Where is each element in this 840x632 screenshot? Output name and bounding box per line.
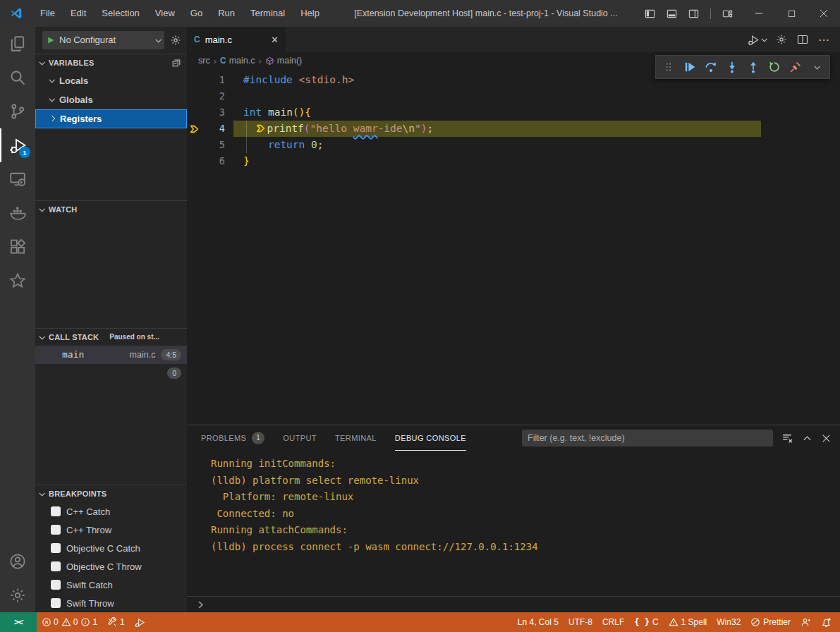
breadcrumb-file[interactable]: C main.c xyxy=(220,56,255,66)
menu-selection[interactable]: Selection xyxy=(94,0,147,27)
code-line-3[interactable]: 3int main(){ xyxy=(187,104,840,121)
variables-item-globals[interactable]: Globals xyxy=(35,90,187,109)
debug-status-icon[interactable] xyxy=(130,612,150,632)
continue-button[interactable] xyxy=(680,57,700,77)
code-line-6[interactable]: 6} xyxy=(187,153,840,169)
search-icon[interactable] xyxy=(0,61,35,95)
variables-item-registers[interactable]: Registers xyxy=(35,109,187,128)
toggle-sidebar-icon[interactable] xyxy=(645,8,655,19)
variables-item-locals[interactable]: Locals xyxy=(35,71,187,90)
breakpoint-checkbox[interactable] xyxy=(51,598,61,608)
tools-status[interactable]: 1 xyxy=(102,612,130,632)
step-out-button[interactable] xyxy=(743,57,763,77)
more-actions-icon[interactable]: ⋯ xyxy=(818,33,830,47)
extensions-icon[interactable] xyxy=(0,230,35,264)
breakpoint-objective-c-catch[interactable]: Objective C Catch xyxy=(35,539,187,557)
spell-checker-status[interactable]: 1 Spell xyxy=(664,612,712,632)
problems-status[interactable]: 0 0 1 xyxy=(37,612,102,632)
breakpoint-checkbox[interactable] xyxy=(51,506,61,516)
menu-run[interactable]: Run xyxy=(210,0,243,27)
menu-file[interactable]: File xyxy=(32,0,63,27)
encoding[interactable]: UTF-8 xyxy=(564,612,597,632)
breakpoint-c-throw[interactable]: C++ Throw xyxy=(35,521,187,539)
breakpoints-section-header[interactable]: BREAKPOINTS xyxy=(35,485,187,502)
step-over-button[interactable] xyxy=(701,57,721,77)
remote-indicator[interactable]: >< xyxy=(0,612,37,632)
breakpoint-checkbox[interactable] xyxy=(51,543,61,553)
code-line-content[interactable] xyxy=(225,88,840,104)
step-into-button[interactable] xyxy=(722,57,742,77)
menu-edit[interactable]: Edit xyxy=(63,0,94,27)
panel-tab-problems[interactable]: PROBLEMS1 xyxy=(201,425,264,451)
split-editor-icon[interactable] xyxy=(797,34,808,45)
breakpoint-objective-c-throw[interactable]: Objective C Throw xyxy=(35,557,187,576)
debug-console-output[interactable]: Running initCommands:(lldb) platform sel… xyxy=(187,451,840,596)
breakpoint-swift-catch[interactable]: Swift Catch xyxy=(35,576,187,594)
maximize-button[interactable] xyxy=(775,0,808,27)
close-panel-icon[interactable] xyxy=(821,433,832,444)
menu-go[interactable]: Go xyxy=(183,0,210,27)
run-and-debug-icon[interactable]: 1 xyxy=(0,128,35,162)
breakpoint-c-catch[interactable]: C++ Catch xyxy=(35,502,187,521)
formatter-status[interactable]: Prettier xyxy=(745,612,796,632)
debug-configuration-dropdown[interactable]: No Configurat xyxy=(42,31,164,49)
docker-icon[interactable] xyxy=(0,196,35,230)
toolbar-drag-handle[interactable] xyxy=(659,57,678,77)
call-stack-section-header[interactable]: CALL STACK Paused on st... xyxy=(35,328,187,346)
star-extension-icon[interactable] xyxy=(0,264,35,298)
source-control-icon[interactable] xyxy=(0,95,35,128)
code-line-content[interactable]: printf("hello wamr-ide\n"); xyxy=(225,121,840,137)
launch-json-gear-icon[interactable] xyxy=(170,35,181,46)
clear-console-icon[interactable] xyxy=(781,432,793,444)
watch-section-header[interactable]: WATCH xyxy=(35,200,187,218)
notifications-bell-icon[interactable] xyxy=(816,612,840,632)
menu-help[interactable]: Help xyxy=(293,0,327,27)
close-tab-icon[interactable]: ✕ xyxy=(271,35,279,45)
platform-status[interactable]: Win32 xyxy=(712,612,745,632)
breakpoint-checkbox[interactable] xyxy=(51,525,61,535)
toggle-secondary-sidebar-icon[interactable] xyxy=(688,8,699,19)
code-editor[interactable]: 1#include <stdio.h>23int main(){4 printf… xyxy=(187,69,840,425)
minimize-button[interactable] xyxy=(743,0,775,27)
variables-section-header[interactable]: VARIABLES xyxy=(35,54,187,71)
breakpoint-checkbox[interactable] xyxy=(51,561,61,571)
breadcrumb-folder[interactable]: src xyxy=(198,56,210,66)
code-line-content[interactable]: } xyxy=(225,153,840,169)
toggle-panel-icon[interactable] xyxy=(666,8,677,19)
more-debug-actions-icon[interactable] xyxy=(807,57,827,77)
close-button[interactable] xyxy=(808,0,840,27)
settings-gear-icon[interactable] xyxy=(0,578,35,612)
code-line-content[interactable]: int main(){ xyxy=(225,104,840,121)
disconnect-button[interactable] xyxy=(786,57,805,77)
feedback-icon[interactable] xyxy=(796,612,816,632)
explorer-icon[interactable] xyxy=(0,27,35,61)
debug-console-filter-input[interactable] xyxy=(522,430,773,446)
language-mode[interactable]: { } C xyxy=(629,612,663,632)
maximize-panel-icon[interactable] xyxy=(802,433,812,444)
breakpoint-swift-throw[interactable]: Swift Throw xyxy=(35,594,187,612)
tab-main-c[interactable]: C main.c ✕ xyxy=(187,27,286,52)
thread-row[interactable]: 0 xyxy=(35,364,187,382)
editor-settings-gear-icon[interactable] xyxy=(776,34,787,45)
collapse-all-icon[interactable] xyxy=(171,58,181,68)
code-line-content[interactable]: return 0; xyxy=(225,137,840,153)
panel-tab-debug-console[interactable]: DEBUG CONSOLE xyxy=(395,425,466,451)
code-line-2[interactable]: 2 xyxy=(187,88,840,104)
stack-frame-row[interactable]: main main.c 4:5 xyxy=(35,346,187,364)
restart-button[interactable] xyxy=(765,57,784,77)
menu-view[interactable]: View xyxy=(147,0,183,27)
panel-tab-terminal[interactable]: TERMINAL xyxy=(335,425,377,451)
accounts-icon[interactable] xyxy=(0,545,35,578)
customize-layout-icon[interactable] xyxy=(722,8,733,19)
run-or-debug-button[interactable] xyxy=(748,34,766,46)
breadcrumb-symbol[interactable]: main() xyxy=(265,56,302,66)
end-of-line[interactable]: CRLF xyxy=(597,612,629,632)
breakpoint-checkbox[interactable] xyxy=(51,580,61,590)
code-line-5[interactable]: 5 return 0; xyxy=(187,137,840,153)
menu-terminal[interactable]: Terminal xyxy=(243,0,293,27)
debug-current-line-arrow-icon[interactable] xyxy=(187,121,201,137)
debug-console-input[interactable] xyxy=(187,596,840,612)
cursor-position[interactable]: Ln 4, Col 5 xyxy=(513,612,564,632)
panel-tab-output[interactable]: OUTPUT xyxy=(283,425,317,451)
remote-explorer-icon[interactable] xyxy=(0,162,35,196)
